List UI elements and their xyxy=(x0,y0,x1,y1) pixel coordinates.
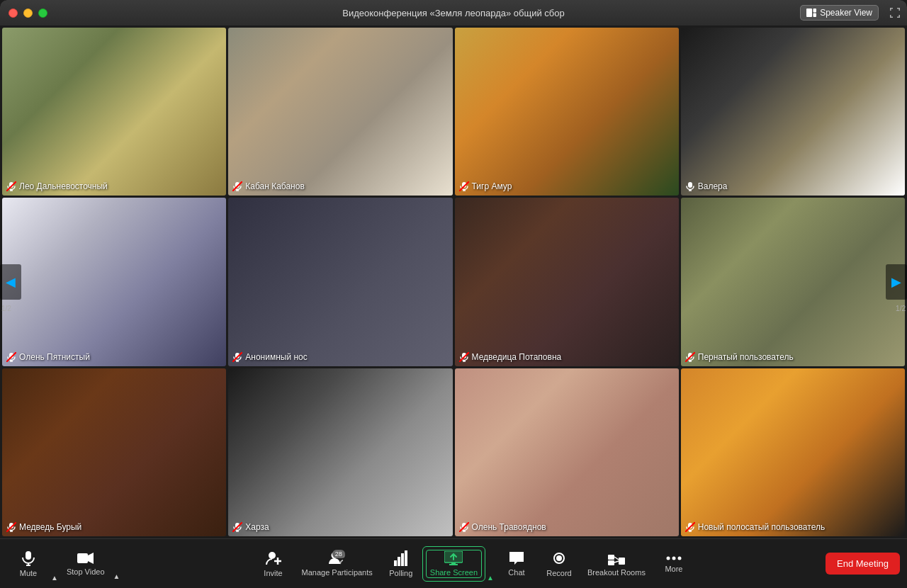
microphone-icon xyxy=(685,181,695,191)
stop-video-label: Stop Video xyxy=(67,567,105,576)
close-button[interactable] xyxy=(9,9,18,18)
svg-rect-67 xyxy=(449,564,458,565)
manage-participants-button[interactable]: 28 Manage Participants xyxy=(295,547,380,581)
svg-rect-62 xyxy=(401,553,404,566)
svg-rect-0 xyxy=(806,9,812,17)
participant-video-cell: Кабан Кабанов xyxy=(228,28,452,196)
svg-rect-61 xyxy=(398,557,400,566)
manage-participants-label: Manage Participants xyxy=(302,568,373,577)
more-label: More xyxy=(665,565,682,573)
breakout-rooms-label: Breakout Rooms xyxy=(587,568,646,577)
participant-name: Лео Дальневосточный xyxy=(6,181,108,191)
participant-video-cell: Пернатый пользователь xyxy=(681,198,905,366)
toolbar: Mute ▲ Stop Video ▲ xyxy=(0,538,907,588)
svg-rect-15 xyxy=(688,182,692,188)
participant-video-cell: Новый полосатый пользователь xyxy=(681,368,905,536)
participant-video-cell: Тигр Амур xyxy=(455,28,679,196)
mute-caret[interactable]: ▲ xyxy=(50,574,60,582)
participant-name: Анонимный нос xyxy=(232,352,307,362)
svg-point-75 xyxy=(666,556,670,560)
share-screen-button[interactable]: Share Screen xyxy=(422,546,485,582)
maximize-button[interactable] xyxy=(38,9,47,18)
participant-name: Валера xyxy=(685,181,728,191)
mute-button[interactable]: Mute xyxy=(7,546,50,582)
muted-icon xyxy=(6,522,16,532)
chat-button[interactable]: Chat xyxy=(495,547,538,581)
fullscreen-button[interactable] xyxy=(890,8,900,18)
record-label: Record xyxy=(546,569,571,577)
more-button[interactable]: More xyxy=(653,550,695,577)
participant-name: Олень Пятнистый xyxy=(6,352,90,362)
muted-icon xyxy=(685,352,695,362)
muted-icon xyxy=(6,352,16,362)
toolbar-right: End Meeting xyxy=(826,553,900,575)
svg-rect-60 xyxy=(394,560,397,566)
record-button[interactable]: Record xyxy=(538,546,580,582)
participants-icon: 28 xyxy=(328,551,347,565)
invite-label: Invite xyxy=(264,569,282,577)
video-caret[interactable]: ▲ xyxy=(112,572,122,580)
participant-name: Харза xyxy=(232,522,269,532)
svg-rect-71 xyxy=(608,560,614,565)
muted-icon xyxy=(232,181,242,191)
muted-icon xyxy=(459,181,469,191)
participant-name: Пернатый пользователь xyxy=(685,352,794,362)
left-page-indicator: 1/2 xyxy=(1,305,11,312)
svg-rect-53 xyxy=(77,553,88,563)
svg-rect-72 xyxy=(619,558,625,565)
muted-icon xyxy=(459,352,469,362)
participant-name: Новый полосатый пользователь xyxy=(685,522,825,532)
chat-icon xyxy=(509,551,524,565)
svg-rect-63 xyxy=(405,550,407,566)
invite-button[interactable]: Invite xyxy=(252,546,295,582)
participant-video-cell: Харза xyxy=(228,368,452,536)
svg-rect-66 xyxy=(451,562,456,564)
svg-point-55 xyxy=(269,552,276,559)
participant-name: Медведица Потаповна xyxy=(459,352,562,362)
participants-count-badge: 28 xyxy=(332,550,345,558)
participant-video-cell: Олень Травояднов xyxy=(455,368,679,536)
participant-name: Кабан Кабанов xyxy=(232,181,305,191)
muted-icon xyxy=(459,522,469,532)
participant-video-cell: Медведица Потаповна xyxy=(455,198,679,366)
prev-page-button[interactable]: ◀ 1/2 xyxy=(0,264,21,300)
minimize-button[interactable] xyxy=(23,9,33,18)
share-screen-label: Share Screen xyxy=(430,568,478,577)
svg-rect-1 xyxy=(813,9,817,13)
video-grid: Лео ДальневосточныйКабан КабановТигр Аму… xyxy=(0,26,907,538)
participant-name: Олень Травояднов xyxy=(459,522,546,532)
muted-icon xyxy=(232,352,242,362)
speaker-view-label: Speaker View xyxy=(820,8,872,18)
participant-name: Тигр Амур xyxy=(459,181,512,191)
participant-name: Медведь Бурый xyxy=(6,522,81,532)
svg-rect-50 xyxy=(26,551,31,560)
svg-point-77 xyxy=(677,556,681,560)
stop-video-button[interactable]: Stop Video xyxy=(60,548,112,580)
video-area: ◀ 1/2 Лео ДальневосточныйКабан КабановТи… xyxy=(0,26,907,538)
participant-video-cell: Медведь Бурый xyxy=(2,368,226,536)
title-bar: Видеоконференция «Земля леопарда» общий … xyxy=(0,0,907,26)
svg-rect-2 xyxy=(813,13,817,18)
participant-video-cell: Лео Дальневосточный xyxy=(2,28,226,196)
svg-line-74 xyxy=(614,561,619,562)
participant-video-cell: Валера xyxy=(681,28,905,196)
end-meeting-button[interactable]: End Meeting xyxy=(826,553,900,575)
chat-label: Chat xyxy=(508,568,524,577)
polling-button[interactable]: Polling xyxy=(380,546,422,582)
svg-rect-70 xyxy=(608,555,614,560)
svg-point-69 xyxy=(556,555,562,561)
mute-label: Mute xyxy=(20,569,37,577)
svg-point-76 xyxy=(672,556,675,560)
share-screen-caret[interactable]: ▲ xyxy=(485,574,495,582)
polling-icon xyxy=(394,550,408,566)
svg-marker-54 xyxy=(88,553,94,564)
next-page-button[interactable]: ▶ 1/2 xyxy=(886,264,907,300)
microphone-icon xyxy=(21,550,35,566)
muted-icon xyxy=(685,522,695,532)
polling-label: Polling xyxy=(389,569,412,577)
speaker-view-button[interactable]: Speaker View xyxy=(800,5,879,21)
more-icon xyxy=(666,555,682,562)
right-page-indicator: 1/2 xyxy=(896,305,906,312)
share-screen-icon xyxy=(444,551,463,565)
breakout-rooms-button[interactable]: Breakout Rooms xyxy=(580,547,653,581)
